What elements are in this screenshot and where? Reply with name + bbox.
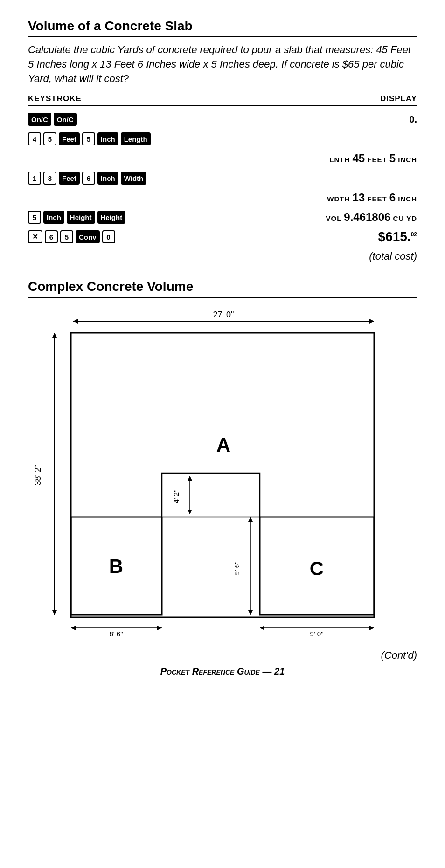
display-row-3: LNTH 45 FEET 5 INCH xyxy=(277,152,417,165)
svg-marker-25 xyxy=(71,626,76,630)
key-5a: 5 xyxy=(43,132,56,145)
section2-title: Complex Concrete Volume xyxy=(28,279,417,298)
svg-text:9' 6": 9' 6" xyxy=(233,562,241,575)
key-width: Width xyxy=(121,172,147,185)
key-1: 1 xyxy=(28,172,41,185)
page-reference: Pocket Reference Guide — 21 xyxy=(28,666,417,677)
svg-marker-2 xyxy=(369,319,374,324)
keystroke-row-2: 4 5 Feet 5 Inch Length xyxy=(28,130,417,148)
key-4: 4 xyxy=(28,132,41,145)
section1-description: Calculate the cubic Yards of concrete re… xyxy=(28,43,417,86)
keys-row-2: 4 5 Feet 5 Inch Length xyxy=(28,132,151,145)
key-6a: 6 xyxy=(82,172,95,185)
keystroke-row-7: ✕ 6 5 Conv 0 $615.02 xyxy=(28,228,417,246)
svg-marker-30 xyxy=(369,626,374,630)
key-6b: 6 xyxy=(45,230,58,243)
svg-text:8' 6": 8' 6" xyxy=(109,630,123,638)
svg-text:4' 2": 4' 2" xyxy=(172,490,180,503)
key-length: Length xyxy=(121,132,151,145)
keystroke-display-header: KEYSTROKE DISPLAY xyxy=(28,94,417,106)
key-conv: Conv xyxy=(76,230,100,243)
key-0: 0 xyxy=(102,230,115,243)
display-row-8: (total cost) xyxy=(277,250,417,262)
keys-row-4: 1 3 Feet 6 Inch Width xyxy=(28,172,146,185)
key-feet-1: Feet xyxy=(59,132,80,145)
key-onc-1: On/C xyxy=(28,113,51,126)
svg-marker-26 xyxy=(157,626,162,630)
svg-text:9' 0": 9' 0" xyxy=(310,630,323,638)
display-row-5: WDTH 13 FEET 6 INCH xyxy=(277,191,417,204)
key-3: 3 xyxy=(43,172,56,185)
svg-marker-29 xyxy=(260,626,264,630)
display-row-1: 0. xyxy=(277,114,417,125)
keystroke-row-8: (total cost) xyxy=(28,248,417,265)
key-5d: 5 xyxy=(60,230,73,243)
svg-text:B: B xyxy=(109,555,123,577)
svg-text:38' 2": 38' 2" xyxy=(33,465,42,486)
diagram: 27' 0" 38' 2" A B C 4' 2" xyxy=(31,307,414,645)
contd-text: (Cont'd) xyxy=(381,649,417,661)
key-feet-2: Feet xyxy=(59,172,80,185)
svg-marker-21 xyxy=(248,517,253,522)
keystroke-row-6: 5 Inch Height Height VOL 9.461806 CU YD xyxy=(28,208,417,226)
svg-marker-1 xyxy=(73,319,78,324)
keystroke-row-3: LNTH 45 FEET 5 INCH xyxy=(28,150,417,167)
key-height-2: Height xyxy=(97,211,126,224)
display-row-7: $615.02 xyxy=(277,229,417,244)
keys-row-7: ✕ 6 5 Conv 0 xyxy=(28,230,115,243)
svg-text:C: C xyxy=(310,558,324,579)
svg-text:27' 0": 27' 0" xyxy=(213,310,234,319)
svg-marker-5 xyxy=(52,333,57,338)
contd-container: (Cont'd) xyxy=(28,649,417,661)
display-row-6: VOL 9.461806 CU YD xyxy=(277,211,417,224)
key-onc-2: On/C xyxy=(54,113,77,126)
key-inch-2: Inch xyxy=(97,172,118,185)
diagram-svg: 27' 0" 38' 2" A B C 4' 2" xyxy=(31,307,414,643)
key-5c: 5 xyxy=(28,211,41,224)
keystroke-row-1: On/C On/C 0. xyxy=(28,110,417,128)
svg-marker-6 xyxy=(52,610,57,615)
keystroke-label: KEYSTROKE xyxy=(28,94,82,103)
key-inch-3: Inch xyxy=(43,211,64,224)
keystroke-row-5: WDTH 13 FEET 6 INCH xyxy=(28,189,417,207)
keys-row-1: On/C On/C xyxy=(28,113,77,126)
key-5b: 5 xyxy=(82,132,95,145)
svg-text:A: A xyxy=(216,434,230,456)
keystroke-row-4: 1 3 Feet 6 Inch Width xyxy=(28,169,417,187)
key-multiply: ✕ xyxy=(28,230,42,243)
key-height-1: Height xyxy=(67,211,95,224)
display-label: DISPLAY xyxy=(380,94,417,103)
section1-title: Volume of a Concrete Slab xyxy=(28,19,417,37)
keys-row-6: 5 Inch Height Height xyxy=(28,211,125,224)
key-inch-1: Inch xyxy=(97,132,118,145)
svg-marker-22 xyxy=(248,610,253,615)
